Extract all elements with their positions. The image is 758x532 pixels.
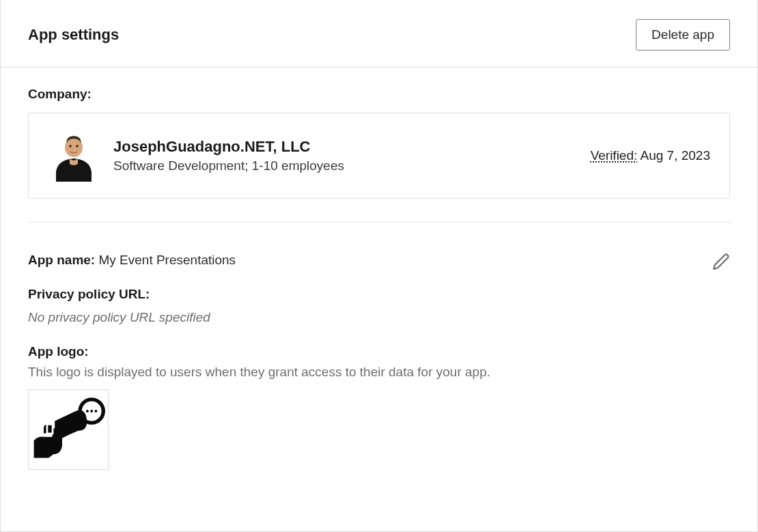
app-name-row: App name: My Event Presentations: [28, 253, 730, 268]
divider: [28, 222, 730, 223]
app-logo-row: App logo:: [28, 344, 730, 359]
verified-label: Verified:: [591, 148, 638, 163]
verified-date: Aug 7, 2023: [641, 148, 710, 163]
verified-block: Verified: Aug 7, 2023: [591, 148, 710, 163]
svg-point-2: [69, 145, 71, 148]
app-settings-page: App settings Delete app Company: JosephG…: [0, 0, 758, 532]
content: Company: JosephGuadagno.NET, LLC Softwar…: [1, 68, 757, 497]
edit-button[interactable]: [712, 253, 730, 273]
company-info: JosephGuadagno.NET, LLC Software Develop…: [113, 138, 577, 173]
company-avatar: [48, 130, 100, 182]
svg-rect-5: [48, 425, 51, 433]
app-details-section: App name: My Event Presentations Privacy…: [28, 253, 730, 470]
app-logo-label: App logo:: [28, 344, 89, 359]
header: App settings Delete app: [1, 0, 757, 68]
app-name-label: App name:: [28, 253, 95, 267]
svg-point-8: [90, 410, 93, 412]
app-logo-image: [28, 389, 109, 470]
svg-point-3: [76, 145, 78, 148]
megaphone-speech-icon: [31, 392, 105, 467]
company-meta: Software Development; 1-10 employees: [113, 158, 577, 173]
app-name-value: My Event Presentations: [98, 253, 236, 267]
company-card: JosephGuadagno.NET, LLC Software Develop…: [28, 113, 730, 199]
company-name: JosephGuadagno.NET, LLC: [113, 138, 577, 156]
privacy-policy-row: Privacy policy URL:: [28, 287, 730, 302]
svg-point-9: [95, 410, 98, 412]
svg-point-7: [86, 410, 89, 412]
delete-app-button[interactable]: Delete app: [636, 19, 730, 51]
page-title: App settings: [28, 26, 119, 44]
pencil-icon: [712, 253, 730, 270]
company-section-label: Company:: [28, 87, 730, 102]
privacy-policy-empty: No privacy policy URL specified: [28, 310, 730, 325]
app-logo-description: This logo is displayed to users when the…: [28, 365, 730, 380]
privacy-policy-label: Privacy policy URL:: [28, 287, 150, 301]
